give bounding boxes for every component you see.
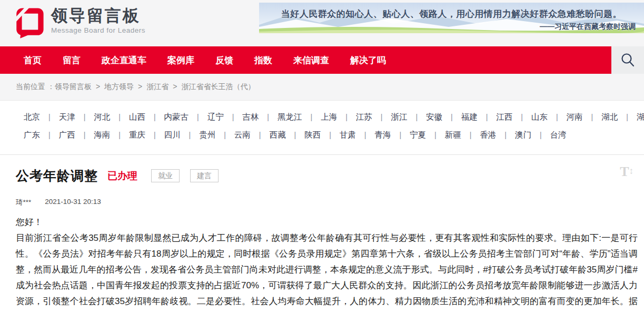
region-link[interactable]: 吉林	[242, 112, 259, 121]
separator: >	[96, 82, 100, 91]
region-row-2: 广东|广西|海南|重庆|四川|贵州|云南|西藏|陕西|甘肃|青海|宁夏|新疆|香…	[24, 129, 644, 140]
nav-item[interactable]: 首页	[24, 54, 42, 66]
up-down-arrow-icon: ↕	[629, 165, 634, 178]
nav-item[interactable]: 政企直通车	[102, 54, 146, 66]
region-link[interactable]: 河北	[94, 112, 110, 121]
region-link[interactable]: 广东	[24, 130, 40, 139]
region-link[interactable]: 海南	[94, 130, 110, 139]
separator: |	[118, 113, 121, 121]
nav-list: 首页留言政企直通车案例库反馈指数来信调查解决了吗	[0, 54, 386, 66]
post-greeting: 您好！	[16, 214, 638, 230]
main-nav: 首页留言政企直通车案例库反馈指数来信调查解决了吗	[0, 46, 644, 74]
banner-attribution: ——习近平在西藏考察时强调	[259, 22, 644, 32]
region-link[interactable]: 贵州	[199, 130, 215, 139]
region-link[interactable]: 山西	[129, 112, 145, 121]
post-text: 目前浙江省全公考35周岁年龄限制显然已成为人才工作的障碍，故调整考公年龄确有其可…	[16, 230, 638, 312]
region-link[interactable]: 甘肃	[340, 130, 356, 139]
tag-badge: 就业	[151, 169, 180, 183]
tag-badge: 建言	[190, 169, 219, 183]
breadcrumb-item[interactable]: 地方领导	[104, 82, 134, 91]
tag-list: 就业建言	[151, 169, 219, 183]
region-link[interactable]: 云南	[234, 130, 251, 139]
separator: |	[470, 131, 472, 139]
breadcrumb: 当前位置 ： 领导留言板>地方领导>浙江省>浙江省省长王浩（代）	[0, 74, 644, 101]
region-link[interactable]: 陕西	[304, 130, 321, 139]
breadcrumb-item[interactable]: 浙江省省长王浩（代）	[181, 82, 255, 91]
logo-subtitle: Message Board for Leaders	[51, 26, 145, 34]
region-link[interactable]: 内蒙古	[164, 112, 189, 121]
title-row: 公考年龄调整 已办理 就业建言 T ↕	[16, 167, 638, 184]
search-icon	[620, 52, 636, 68]
nav-item[interactable]: 指数	[254, 54, 272, 66]
separator: |	[154, 131, 156, 139]
region-link[interactable]: 西藏	[269, 130, 285, 139]
region-link[interactable]: 重庆	[129, 130, 145, 139]
nav-item[interactable]: 来信调查	[293, 54, 329, 66]
separator: |	[259, 131, 261, 139]
separator: |	[591, 113, 593, 121]
region-link[interactable]: 江西	[496, 112, 512, 121]
post-meta: 琦*** 2021-10-31 20:13	[16, 198, 638, 207]
separator: |	[504, 131, 507, 139]
separator: |	[232, 113, 234, 121]
region-link[interactable]: 香港	[480, 130, 496, 139]
nav-item[interactable]: 留言	[63, 54, 81, 66]
separator: |	[364, 131, 366, 139]
region-link[interactable]: 浙江	[391, 112, 407, 121]
separator: |	[556, 113, 558, 121]
breadcrumb-prefix: 当前位置 ：	[16, 82, 55, 92]
separator: |	[84, 131, 86, 139]
status-badge: 已办理	[107, 169, 137, 183]
separator: |	[48, 131, 51, 139]
site-header: 领导留言板 Message Board for Leaders 当好人民群众的知…	[0, 0, 644, 46]
logo-icon	[15, 7, 44, 38]
region-nav: 北京|天津|河北|山西|内蒙古|辽宁|吉林|黑龙江|上海|江苏|浙江|安徽|福建…	[0, 101, 644, 155]
logo-title: 领导留言板	[51, 7, 145, 25]
separator: >	[138, 82, 142, 91]
site-logo[interactable]: 领导留言板 Message Board for Leaders	[15, 7, 145, 38]
separator: |	[310, 113, 312, 121]
region-link[interactable]: 辽宁	[207, 112, 224, 121]
region-link[interactable]: 宁夏	[410, 130, 426, 139]
nav-item[interactable]: 反馈	[215, 54, 233, 66]
font-size-icon[interactable]: T ↕	[620, 165, 633, 179]
separator: |	[399, 131, 401, 139]
separator: |	[224, 131, 226, 139]
region-link[interactable]: 北京	[24, 112, 40, 121]
separator: |	[540, 131, 542, 139]
region-link[interactable]: 江苏	[356, 112, 372, 121]
region-link[interactable]: 安徽	[426, 112, 442, 121]
region-link[interactable]: 广西	[59, 130, 75, 139]
search-button[interactable]	[611, 46, 644, 74]
nav-item[interactable]: 案例库	[167, 54, 194, 66]
separator: |	[486, 113, 488, 121]
breadcrumb-items: 领导留言板>地方领导>浙江省>浙江省省长王浩（代）	[55, 82, 255, 92]
separator: |	[626, 113, 628, 121]
region-link[interactable]: 四川	[164, 130, 181, 139]
region-link[interactable]: 天津	[59, 112, 75, 121]
region-link[interactable]: 台湾	[550, 130, 567, 139]
region-link[interactable]: 新疆	[445, 130, 461, 139]
breadcrumb-item[interactable]: 浙江省	[146, 82, 169, 91]
region-link[interactable]: 河南	[567, 112, 583, 121]
post-body: 您好！ 目前浙江省全公考35周岁年龄限制显然已成为人才工作的障碍，故调整考公年龄…	[16, 214, 638, 312]
banner-quote: 当好人民群众的知心人、贴心人、领路人，用心用情用力解决好群众急难愁盼问题。	[259, 8, 644, 20]
message-detail: 公考年龄调整 已办理 就业建言 T ↕ 琦*** 2021-10-31 20:1…	[0, 155, 644, 312]
region-link[interactable]: 澳门	[515, 130, 531, 139]
separator: >	[173, 82, 177, 91]
nav-item[interactable]: 解决了吗	[350, 54, 386, 66]
region-link[interactable]: 上海	[321, 112, 337, 121]
region-link[interactable]: 山东	[531, 112, 548, 121]
region-link[interactable]: 黑龙江	[278, 112, 302, 121]
separator: |	[48, 113, 51, 121]
region-link[interactable]: 湖南	[637, 112, 644, 121]
region-link[interactable]: 湖北	[601, 112, 618, 121]
separator: |	[381, 113, 383, 121]
region-link[interactable]: 青海	[374, 130, 391, 139]
region-link[interactable]: 福建	[461, 112, 478, 121]
separator: |	[434, 131, 437, 139]
separator: |	[197, 113, 199, 121]
region-row-1: 北京|天津|河北|山西|内蒙古|辽宁|吉林|黑龙江|上海|江苏|浙江|安徽|福建…	[24, 111, 644, 122]
breadcrumb-item[interactable]: 领导留言板	[55, 82, 92, 91]
logo-text: 领导留言板 Message Board for Leaders	[51, 7, 145, 34]
